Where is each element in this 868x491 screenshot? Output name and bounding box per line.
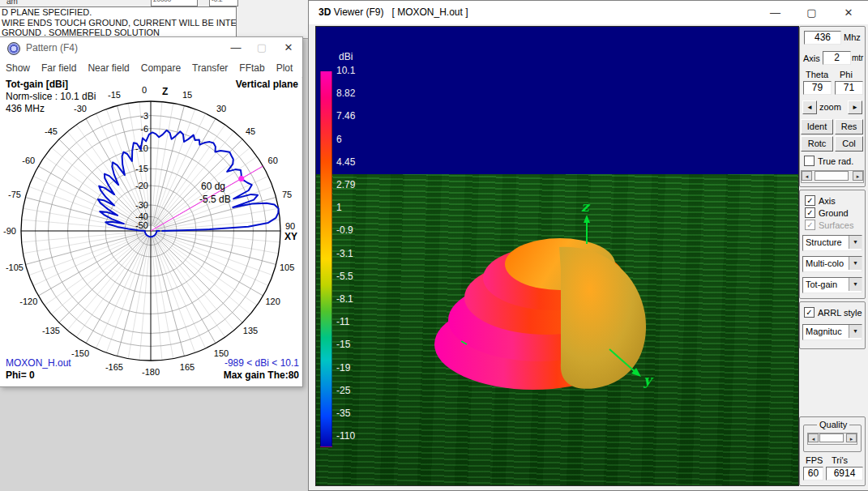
scroll-right-arrow[interactable]: ▸ bbox=[853, 171, 863, 181]
quality-slider[interactable]: ◂ ▸ bbox=[807, 433, 857, 445]
zoom-in-button[interactable]: ► bbox=[848, 100, 862, 114]
scrollbar-thumb[interactable] bbox=[815, 171, 849, 181]
viewer-window: 3D Viewer (F9) [ MOXON_H.out ] — ▢ ✕ bbox=[308, 0, 868, 491]
viewer-maximize-button[interactable]: ▢ bbox=[793, 1, 830, 24]
rotation-scrollbar[interactable]: ◂ ▸ bbox=[801, 170, 864, 183]
menu-compare[interactable]: Compare bbox=[135, 62, 186, 74]
angle-label: -150 bbox=[71, 348, 89, 358]
toolbar-fragment-field1[interactable]: 20000 bbox=[151, 0, 198, 6]
axis-size-label: Axis bbox=[803, 53, 820, 63]
polar-spoke bbox=[153, 113, 205, 225]
theta-input[interactable]: 79 bbox=[803, 81, 832, 95]
nec-output-textbox[interactable]: D PLANE SPECIFIED. WIRE ENDS TOUCH GROUN… bbox=[0, 6, 237, 40]
pattern-window: Pattern (F4) — ▢ ✕ Show Far field Near f… bbox=[0, 36, 303, 387]
true-rad-checkbox[interactable] bbox=[804, 156, 815, 166]
z-axis-tag: Z bbox=[162, 86, 168, 97]
quality-right-arrow[interactable]: ▸ bbox=[846, 433, 857, 442]
colorbar-tick-label: 10.1 bbox=[336, 65, 372, 76]
scroll-left-arrow[interactable]: ◂ bbox=[802, 171, 812, 181]
main-app-visible-strip: am 20000 -0.2 D PLANE SPECIFIED. WIRE EN… bbox=[0, 0, 309, 39]
colorbar-tick-label: 2.79 bbox=[336, 179, 372, 190]
viewer-close-button[interactable]: ✕ bbox=[830, 1, 867, 24]
ring-label: -15 bbox=[135, 164, 148, 173]
menu-far-field[interactable]: Far field bbox=[36, 62, 82, 74]
angle-label: -45 bbox=[45, 126, 58, 136]
pattern-titlebar[interactable]: Pattern (F4) — ▢ ✕ bbox=[0, 37, 302, 58]
polar-spoke bbox=[45, 156, 146, 227]
pattern-close-button[interactable]: ✕ bbox=[276, 37, 301, 58]
colorbar-tick-label: -5.5 bbox=[336, 271, 372, 282]
viewer-minimize-button[interactable]: — bbox=[757, 1, 793, 24]
colorbar-tick-label: 8.82 bbox=[336, 88, 372, 99]
polar-plot-area[interactable]: -3-6-10-15-20-30-40-50015304560751051201… bbox=[0, 77, 301, 386]
angle-label: -75 bbox=[8, 190, 21, 199]
polar-spoke bbox=[96, 237, 148, 348]
axis-unit-label: mtr bbox=[852, 53, 863, 62]
gain-type-dropdown[interactable]: Tot-gain ▼ bbox=[802, 277, 862, 293]
phi-input[interactable]: 71 bbox=[835, 81, 863, 95]
arrl-style-checkbox[interactable]: ✓ bbox=[804, 307, 815, 318]
gain-type-dropdown-arrow[interactable]: ▼ bbox=[849, 278, 862, 291]
axis-size-input[interactable]: 2 bbox=[823, 51, 851, 65]
quality-left-arrow[interactable]: ◂ bbox=[808, 433, 819, 442]
polar-spoke bbox=[157, 232, 279, 253]
ring-label: -20 bbox=[135, 181, 148, 190]
ring-label: -50 bbox=[135, 220, 148, 230]
blob-gold-dome bbox=[559, 247, 646, 389]
menu-near-field[interactable]: Near field bbox=[82, 62, 135, 74]
angle-label: -30 bbox=[74, 104, 87, 113]
phi-label: Phi bbox=[840, 70, 853, 79]
polar-spoke bbox=[76, 125, 147, 226]
colorbar-tick-label: 4.45 bbox=[336, 156, 372, 168]
fps-value: 60 bbox=[803, 467, 823, 480]
angle-label: -120 bbox=[19, 297, 37, 306]
menu-show[interactable]: Show bbox=[0, 62, 36, 74]
toolbar-fragment-field2[interactable]: -0.2 bbox=[209, 0, 238, 6]
axis-checkbox[interactable]: ✓ bbox=[805, 195, 815, 206]
gain-colorbar bbox=[320, 70, 332, 447]
viewer-titlebar[interactable]: 3D Viewer (F9) [ MOXON_H.out ] — ▢ ✕ bbox=[309, 1, 868, 24]
structure-dropdown-arrow[interactable]: ▼ bbox=[849, 236, 862, 249]
ground-checkbox[interactable]: ✓ bbox=[805, 207, 815, 218]
radiation-pattern-3d: z y bbox=[316, 27, 798, 485]
magnitude-dropdown-arrow[interactable]: ▼ bbox=[849, 325, 862, 338]
colorbar-tick-label: -25 bbox=[336, 385, 372, 396]
polar-spoke bbox=[153, 237, 205, 348]
viewer-title-file: [ MOXON_H.out ] bbox=[392, 6, 468, 18]
angle-label: -90 bbox=[3, 226, 16, 236]
color-mode-dropdown-arrow[interactable]: ▼ bbox=[849, 257, 862, 270]
angle-label: 0 bbox=[142, 85, 147, 95]
colorbar-unit-label: dBi bbox=[339, 51, 353, 62]
viewer-3d-canvas[interactable]: z y dBi 10.18.827.4664.452.791-0.9-3.1-5… bbox=[315, 26, 799, 486]
menu-transfer[interactable]: Transfer bbox=[186, 62, 233, 74]
angle-label: 75 bbox=[282, 190, 292, 199]
zoom-out-button[interactable]: ◄ bbox=[802, 100, 817, 114]
colorbar-tick-label: -3.1 bbox=[336, 248, 372, 259]
xy-axis-tag: XY bbox=[284, 231, 297, 242]
colorbar-tick-label: -110 bbox=[336, 430, 372, 442]
menu-fftab[interactable]: FFtab bbox=[233, 62, 270, 74]
zoom-label: zoom bbox=[819, 102, 841, 112]
polar-spoke bbox=[128, 237, 149, 359]
pattern-minimize-button[interactable]: — bbox=[224, 37, 248, 58]
toolbar-fragment-text: am bbox=[6, 0, 18, 6]
color-mode-dropdown-value: Multi-colo bbox=[806, 258, 848, 268]
polar-spoke bbox=[156, 233, 268, 285]
polar-spoke bbox=[155, 125, 225, 226]
structure-dropdown[interactable]: Structure ▼ bbox=[802, 235, 862, 251]
polar-spoke bbox=[152, 102, 162, 224]
menu-plot[interactable]: Plot bbox=[271, 62, 299, 74]
frequency-input[interactable]: 436 bbox=[804, 31, 841, 45]
quality-slider-thumb[interactable] bbox=[819, 433, 844, 442]
quality-label: Quality bbox=[817, 420, 849, 429]
ident-button[interactable]: Ident bbox=[801, 119, 833, 134]
viewer-window-title: 3D Viewer (F9) [ MOXON_H.out ] bbox=[319, 6, 468, 18]
frequency-unit-label: Mhz bbox=[844, 32, 861, 42]
col-button[interactable]: Col bbox=[835, 136, 863, 152]
true-rad-label: True rad. bbox=[818, 156, 853, 166]
nec-output-line2: WIRE ENDS TOUCH GROUND, CURRENT WILL BE … bbox=[0, 18, 236, 28]
res-button[interactable]: Res bbox=[835, 119, 863, 134]
rotc-button[interactable]: Rotc bbox=[801, 136, 833, 152]
color-mode-dropdown[interactable]: Multi-colo ▼ bbox=[802, 256, 862, 272]
magnitude-dropdown[interactable]: Magnituc ▼ bbox=[802, 324, 862, 340]
